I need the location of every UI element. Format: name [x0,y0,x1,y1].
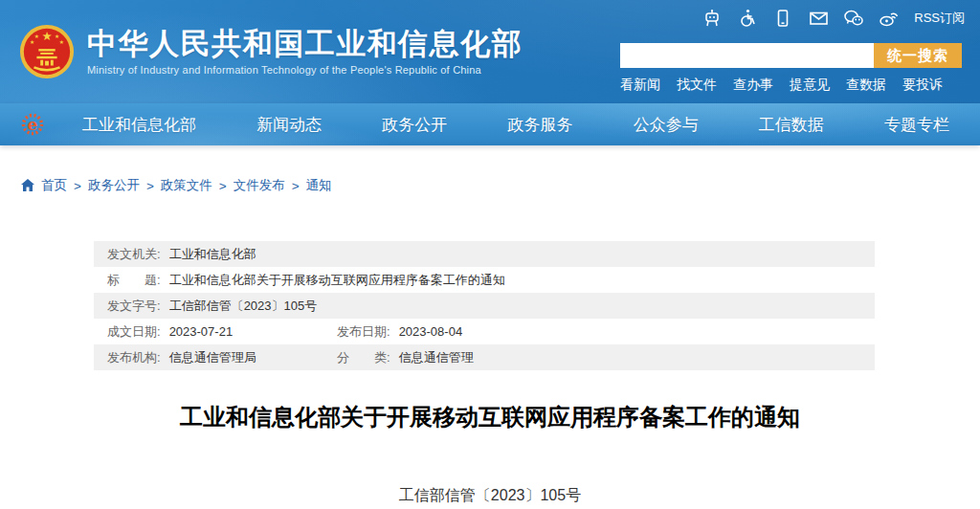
search-input[interactable] [620,43,874,68]
breadcrumb-policy-docs[interactable]: 政策文件 [161,177,212,194]
svg-text:★: ★ [41,30,52,43]
nav-item-news[interactable]: 新闻动态 [256,114,322,136]
quick-link-news[interactable]: 看新闻 [620,77,660,94]
quick-link-complaint[interactable]: 要投诉 [902,77,943,94]
nav-item-topics[interactable]: 专题专栏 [884,114,949,136]
robot-assistant-icon[interactable] [702,8,723,29]
table-row-title: 标 题: 工业和信息化部关于开展移动互联网应用程序备案工作的通知 [94,267,875,293]
miit-document-page: RSS订阅 ★ ★ ★ ★ ★ [0,0,980,509]
gov-e-logo-icon: e [20,112,45,137]
svg-text:★: ★ [34,33,39,39]
table-row-issuing-authority: 发文机关: 工业和信息化部 [94,241,875,267]
wechat-icon[interactable] [843,8,864,29]
nav-item-home[interactable]: 工业和信息化部 [82,114,196,136]
nav-item-services[interactable]: 政务服务 [507,114,572,136]
mail-icon[interactable] [808,8,829,29]
nav-item-data[interactable]: 工信数据 [759,114,824,136]
breadcrumb-home[interactable]: 首页 [41,177,67,194]
svg-text:★: ★ [55,33,59,39]
nav-item-disclosure[interactable]: 政务公开 [382,114,447,136]
quick-link-services[interactable]: 查办事 [733,77,773,94]
accessibility-icon[interactable] [737,8,758,29]
breadcrumb-notice[interactable]: 通知 [306,177,332,194]
site-header: RSS订阅 ★ ★ ★ ★ ★ [0,0,980,103]
mobile-app-icon[interactable] [772,8,793,29]
breadcrumb-doc-release[interactable]: 文件发布 [234,177,285,194]
search-button[interactable]: 统一搜索 [874,43,962,68]
quick-link-data[interactable]: 查数据 [846,77,886,94]
svg-text:★: ★ [59,39,64,45]
document-title: 工业和信息化部关于开展移动互联网应用程序备案工作的通知 [0,404,980,431]
ministry-title: 中华人民共和国工业和信息化部 [87,28,523,60]
quick-link-feedback[interactable]: 提意见 [790,77,830,94]
home-icon[interactable] [21,179,34,191]
document-info-table: 发文机关: 工业和信息化部 标 题: 工业和信息化部关于开展移动互联网应用程序备… [94,241,875,370]
svg-text:e: e [28,115,38,134]
main-navigation: e 工业和信息化部 新闻动态 政务公开 政务服务 公众参与 工信数据 专题专栏 [0,103,980,145]
quick-link-documents[interactable]: 找文件 [677,77,717,94]
table-row-dates: 成文日期: 2023-07-21 发布日期: 2023-08-04 [94,319,875,344]
national-emblem-icon: ★ ★ ★ ★ ★ [19,24,75,79]
search-area: 统一搜索 看新闻 找文件 查办事 提意见 查数据 要投诉 [620,43,962,94]
table-row-publisher-category: 发布机构: 信息通信管理局 分 类: 信息通信管理 [94,344,875,370]
breadcrumb: 首页 > 政务公开 > 政策文件 > 文件发布 > 通知 [21,177,980,194]
breadcrumb-disclosure[interactable]: 政务公开 [88,177,140,194]
nav-item-participation[interactable]: 公众参与 [634,114,699,136]
quick-links: 看新闻 找文件 查办事 提意见 查数据 要投诉 [620,77,962,94]
content-area: 首页 > 政务公开 > 政策文件 > 文件发布 > 通知 发文机关: 工业和信息… [0,177,980,506]
rss-subscribe-link[interactable]: RSS订阅 [914,10,965,27]
document-number: 工信部信管〔2023〕105号 [0,486,980,506]
header-icon-links: RSS订阅 [702,8,965,29]
site-brand: ★ ★ ★ ★ ★ 中华人民共和国工业和信息化部 Ministry of Ind… [19,24,523,79]
weibo-icon[interactable] [879,8,900,29]
ministry-title-english: Ministry of Industry and Information Tec… [87,64,523,76]
svg-text:★: ★ [30,39,34,45]
table-row-doc-number: 发文字号: 工信部信管〔2023〕105号 [94,293,875,319]
